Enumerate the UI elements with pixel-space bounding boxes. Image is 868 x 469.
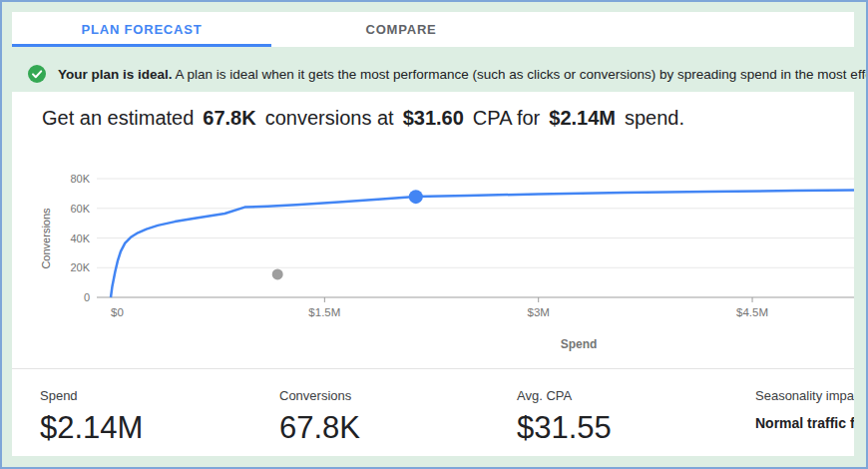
x-axis-title: Spend <box>561 337 598 351</box>
stats-divider <box>12 368 854 369</box>
stat-avg-cpa-value: $31.55 <box>517 410 612 446</box>
banner-text-rest: A plan is ideal when it gets the most pe… <box>173 67 866 82</box>
x-tick-label: $4.5M <box>736 306 768 318</box>
forecast-chart-svg: 020K40K60K80K$0$1.5M$3M$4.5MConversionsS… <box>12 152 854 357</box>
stat-seasonality-value: Normal traffic for <box>755 415 854 431</box>
headline-spend-value[interactable]: $2.14M <box>547 107 618 130</box>
stat-spend-value: $2.14M <box>40 410 143 446</box>
y-tick-label: 80K <box>70 173 90 185</box>
stat-seasonality: Seasonality impact Normal traffic for <box>755 388 854 431</box>
stat-conversions: Conversions 67.8K <box>279 388 360 446</box>
stat-avg-cpa: Avg. CPA $31.55 <box>517 388 612 446</box>
check-circle-icon <box>28 65 46 83</box>
forecast-headline: Get an estimated67.8Kconversions at$31.6… <box>42 107 844 130</box>
y-tick-label: 40K <box>70 233 90 244</box>
stat-conversions-label: Conversions <box>279 388 360 403</box>
x-tick-label: $1.5M <box>308 306 340 318</box>
banner-text: Your plan is ideal. A plan is ideal when… <box>58 67 866 82</box>
tab-compare-label: COMPARE <box>365 22 436 37</box>
tab-plan-forecast[interactable]: PLAN FORECAST <box>12 12 271 47</box>
selected-plan-point[interactable] <box>409 190 423 204</box>
stat-avg-cpa-label: Avg. CPA <box>517 388 612 403</box>
x-tick-label: $0 <box>111 306 124 318</box>
forecast-card: Get an estimated67.8Kconversions at$31.6… <box>12 92 854 456</box>
headline-suffix: spend. <box>625 107 684 129</box>
stat-spend: Spend $2.14M <box>40 388 143 446</box>
tab-bar: PLAN FORECAST COMPARE <box>12 12 854 47</box>
stat-spend-label: Spend <box>40 388 143 403</box>
headline-mid1: conversions at <box>265 107 394 129</box>
x-tick-label: $3M <box>528 306 550 318</box>
forecast-chart[interactable]: 020K40K60K80K$0$1.5M$3M$4.5MConversionsS… <box>12 152 854 357</box>
y-tick-label: 60K <box>70 203 90 215</box>
headline-mid2: CPA for <box>473 107 540 129</box>
y-tick-label: 20K <box>70 261 90 273</box>
stat-seasonality-label: Seasonality impact <box>755 388 854 403</box>
plan-forecast-page: PLAN FORECAST COMPARE Your plan is ideal… <box>0 0 868 469</box>
headline-conversions-value[interactable]: 67.8K <box>201 107 257 130</box>
conversions-vs-spend-curve <box>111 191 854 298</box>
y-tick-label: 0 <box>84 291 90 303</box>
y-axis-title: Conversions <box>40 208 52 269</box>
headline-prefix: Get an estimated <box>42 107 194 129</box>
headline-cpa-value[interactable]: $31.60 <box>401 107 466 130</box>
tab-plan-forecast-label: PLAN FORECAST <box>82 22 203 37</box>
plan-status-banner: Your plan is ideal. A plan is ideal when… <box>28 60 866 88</box>
banner-text-bold: Your plan is ideal. <box>58 67 173 82</box>
reference-plan-point <box>272 268 283 279</box>
stat-conversions-value: 67.8K <box>279 410 360 446</box>
tab-compare[interactable]: COMPARE <box>271 12 531 47</box>
